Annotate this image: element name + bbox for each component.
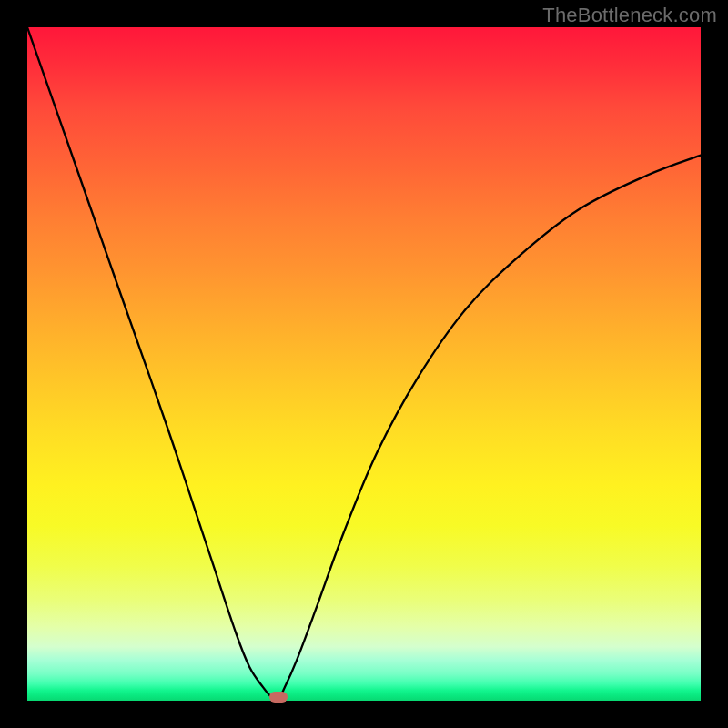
- chart-plot-area: [27, 27, 701, 701]
- bottleneck-curve: [27, 27, 701, 701]
- watermark-text: TheBottleneck.com: [542, 4, 717, 27]
- optimum-marker: [269, 692, 288, 703]
